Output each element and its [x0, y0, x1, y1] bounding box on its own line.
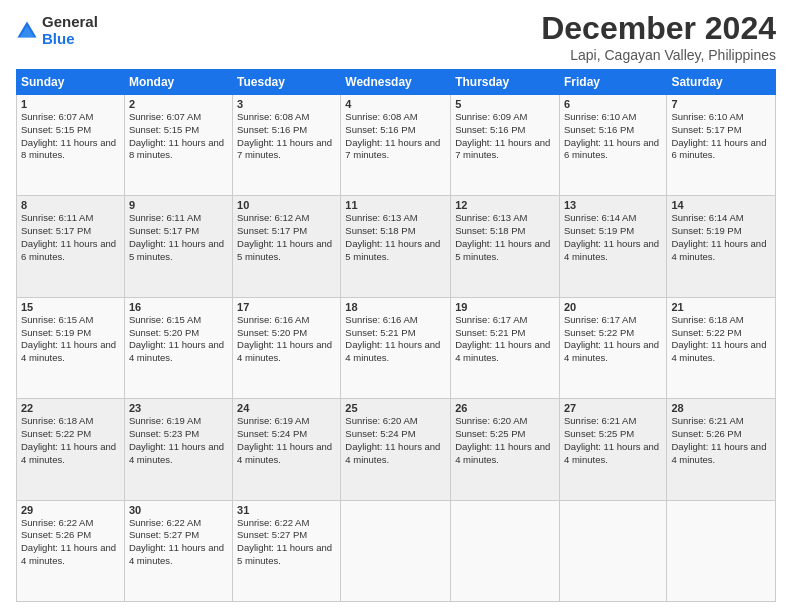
- calendar-cell: 13Sunrise: 6:14 AM Sunset: 5:19 PM Dayli…: [559, 196, 666, 297]
- logo: General Blue: [16, 14, 98, 47]
- logo-text: General Blue: [42, 14, 98, 47]
- day-number: 3: [237, 98, 336, 110]
- day-number: 22: [21, 402, 120, 414]
- day-info: Sunrise: 6:15 AM Sunset: 5:19 PM Dayligh…: [21, 314, 120, 365]
- calendar-cell: [559, 500, 666, 601]
- calendar-week-4: 22Sunrise: 6:18 AM Sunset: 5:22 PM Dayli…: [17, 399, 776, 500]
- day-number: 13: [564, 199, 662, 211]
- day-number: 2: [129, 98, 228, 110]
- day-number: 5: [455, 98, 555, 110]
- day-number: 14: [671, 199, 771, 211]
- subtitle: Lapi, Cagayan Valley, Philippines: [541, 47, 776, 63]
- calendar-header-tuesday: Tuesday: [233, 70, 341, 95]
- calendar-cell: 7Sunrise: 6:10 AM Sunset: 5:17 PM Daylig…: [667, 95, 776, 196]
- day-info: Sunrise: 6:07 AM Sunset: 5:15 PM Dayligh…: [21, 111, 120, 162]
- calendar-cell: 2Sunrise: 6:07 AM Sunset: 5:15 PM Daylig…: [124, 95, 232, 196]
- day-number: 29: [21, 504, 120, 516]
- calendar-cell: 26Sunrise: 6:20 AM Sunset: 5:25 PM Dayli…: [451, 399, 560, 500]
- calendar-cell: 10Sunrise: 6:12 AM Sunset: 5:17 PM Dayli…: [233, 196, 341, 297]
- calendar-header-wednesday: Wednesday: [341, 70, 451, 95]
- calendar-header-thursday: Thursday: [451, 70, 560, 95]
- day-info: Sunrise: 6:08 AM Sunset: 5:16 PM Dayligh…: [237, 111, 336, 162]
- calendar-cell: 3Sunrise: 6:08 AM Sunset: 5:16 PM Daylig…: [233, 95, 341, 196]
- day-number: 25: [345, 402, 446, 414]
- day-number: 23: [129, 402, 228, 414]
- day-info: Sunrise: 6:21 AM Sunset: 5:26 PM Dayligh…: [671, 415, 771, 466]
- day-number: 9: [129, 199, 228, 211]
- calendar-cell: 16Sunrise: 6:15 AM Sunset: 5:20 PM Dayli…: [124, 297, 232, 398]
- day-info: Sunrise: 6:13 AM Sunset: 5:18 PM Dayligh…: [345, 212, 446, 263]
- calendar-cell: 17Sunrise: 6:16 AM Sunset: 5:20 PM Dayli…: [233, 297, 341, 398]
- day-number: 4: [345, 98, 446, 110]
- calendar-cell: 14Sunrise: 6:14 AM Sunset: 5:19 PM Dayli…: [667, 196, 776, 297]
- day-info: Sunrise: 6:17 AM Sunset: 5:21 PM Dayligh…: [455, 314, 555, 365]
- day-number: 21: [671, 301, 771, 313]
- day-number: 8: [21, 199, 120, 211]
- calendar-cell: 29Sunrise: 6:22 AM Sunset: 5:26 PM Dayli…: [17, 500, 125, 601]
- calendar-header-row: SundayMondayTuesdayWednesdayThursdayFrid…: [17, 70, 776, 95]
- main-title: December 2024: [541, 10, 776, 47]
- day-number: 28: [671, 402, 771, 414]
- calendar-cell: 5Sunrise: 6:09 AM Sunset: 5:16 PM Daylig…: [451, 95, 560, 196]
- day-number: 10: [237, 199, 336, 211]
- calendar-cell: 31Sunrise: 6:22 AM Sunset: 5:27 PM Dayli…: [233, 500, 341, 601]
- day-info: Sunrise: 6:12 AM Sunset: 5:17 PM Dayligh…: [237, 212, 336, 263]
- day-number: 16: [129, 301, 228, 313]
- day-number: 15: [21, 301, 120, 313]
- day-info: Sunrise: 6:14 AM Sunset: 5:19 PM Dayligh…: [671, 212, 771, 263]
- calendar-week-5: 29Sunrise: 6:22 AM Sunset: 5:26 PM Dayli…: [17, 500, 776, 601]
- calendar-cell: [451, 500, 560, 601]
- day-info: Sunrise: 6:21 AM Sunset: 5:25 PM Dayligh…: [564, 415, 662, 466]
- calendar: SundayMondayTuesdayWednesdayThursdayFrid…: [16, 69, 776, 602]
- title-block: December 2024 Lapi, Cagayan Valley, Phil…: [541, 10, 776, 63]
- calendar-cell: 19Sunrise: 6:17 AM Sunset: 5:21 PM Dayli…: [451, 297, 560, 398]
- day-info: Sunrise: 6:17 AM Sunset: 5:22 PM Dayligh…: [564, 314, 662, 365]
- day-info: Sunrise: 6:16 AM Sunset: 5:21 PM Dayligh…: [345, 314, 446, 365]
- day-number: 7: [671, 98, 771, 110]
- calendar-cell: 11Sunrise: 6:13 AM Sunset: 5:18 PM Dayli…: [341, 196, 451, 297]
- day-info: Sunrise: 6:08 AM Sunset: 5:16 PM Dayligh…: [345, 111, 446, 162]
- calendar-header-friday: Friday: [559, 70, 666, 95]
- day-info: Sunrise: 6:10 AM Sunset: 5:16 PM Dayligh…: [564, 111, 662, 162]
- calendar-header-saturday: Saturday: [667, 70, 776, 95]
- calendar-cell: 20Sunrise: 6:17 AM Sunset: 5:22 PM Dayli…: [559, 297, 666, 398]
- day-info: Sunrise: 6:11 AM Sunset: 5:17 PM Dayligh…: [21, 212, 120, 263]
- calendar-week-2: 8Sunrise: 6:11 AM Sunset: 5:17 PM Daylig…: [17, 196, 776, 297]
- day-number: 27: [564, 402, 662, 414]
- day-number: 20: [564, 301, 662, 313]
- day-number: 24: [237, 402, 336, 414]
- calendar-cell: 15Sunrise: 6:15 AM Sunset: 5:19 PM Dayli…: [17, 297, 125, 398]
- day-info: Sunrise: 6:18 AM Sunset: 5:22 PM Dayligh…: [21, 415, 120, 466]
- calendar-week-1: 1Sunrise: 6:07 AM Sunset: 5:15 PM Daylig…: [17, 95, 776, 196]
- calendar-cell: 8Sunrise: 6:11 AM Sunset: 5:17 PM Daylig…: [17, 196, 125, 297]
- day-info: Sunrise: 6:10 AM Sunset: 5:17 PM Dayligh…: [671, 111, 771, 162]
- header: General Blue December 2024 Lapi, Cagayan…: [16, 10, 776, 63]
- calendar-header-sunday: Sunday: [17, 70, 125, 95]
- calendar-cell: 4Sunrise: 6:08 AM Sunset: 5:16 PM Daylig…: [341, 95, 451, 196]
- calendar-cell: 6Sunrise: 6:10 AM Sunset: 5:16 PM Daylig…: [559, 95, 666, 196]
- calendar-cell: 24Sunrise: 6:19 AM Sunset: 5:24 PM Dayli…: [233, 399, 341, 500]
- calendar-cell: 12Sunrise: 6:13 AM Sunset: 5:18 PM Dayli…: [451, 196, 560, 297]
- day-info: Sunrise: 6:19 AM Sunset: 5:24 PM Dayligh…: [237, 415, 336, 466]
- page: General Blue December 2024 Lapi, Cagayan…: [0, 0, 792, 612]
- calendar-cell: 27Sunrise: 6:21 AM Sunset: 5:25 PM Dayli…: [559, 399, 666, 500]
- logo-icon: [16, 20, 38, 42]
- day-info: Sunrise: 6:13 AM Sunset: 5:18 PM Dayligh…: [455, 212, 555, 263]
- day-info: Sunrise: 6:22 AM Sunset: 5:27 PM Dayligh…: [237, 517, 336, 568]
- calendar-header-monday: Monday: [124, 70, 232, 95]
- calendar-cell: [667, 500, 776, 601]
- calendar-cell: 30Sunrise: 6:22 AM Sunset: 5:27 PM Dayli…: [124, 500, 232, 601]
- day-info: Sunrise: 6:15 AM Sunset: 5:20 PM Dayligh…: [129, 314, 228, 365]
- day-number: 11: [345, 199, 446, 211]
- day-number: 17: [237, 301, 336, 313]
- calendar-week-3: 15Sunrise: 6:15 AM Sunset: 5:19 PM Dayli…: [17, 297, 776, 398]
- calendar-cell: 22Sunrise: 6:18 AM Sunset: 5:22 PM Dayli…: [17, 399, 125, 500]
- day-info: Sunrise: 6:20 AM Sunset: 5:25 PM Dayligh…: [455, 415, 555, 466]
- day-number: 26: [455, 402, 555, 414]
- day-info: Sunrise: 6:16 AM Sunset: 5:20 PM Dayligh…: [237, 314, 336, 365]
- day-number: 18: [345, 301, 446, 313]
- calendar-cell: 1Sunrise: 6:07 AM Sunset: 5:15 PM Daylig…: [17, 95, 125, 196]
- logo-general-text: General: [42, 14, 98, 31]
- day-info: Sunrise: 6:07 AM Sunset: 5:15 PM Dayligh…: [129, 111, 228, 162]
- day-info: Sunrise: 6:18 AM Sunset: 5:22 PM Dayligh…: [671, 314, 771, 365]
